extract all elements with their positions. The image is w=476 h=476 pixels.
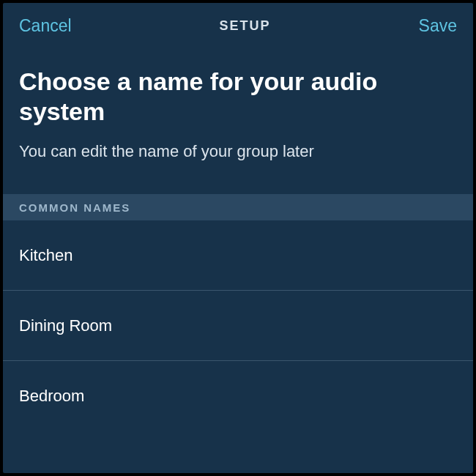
content-area: Choose a name for your audio system You …	[3, 46, 473, 162]
save-button[interactable]: Save	[419, 16, 457, 36]
list-item[interactable]: Dining Room	[3, 291, 473, 361]
common-names-list: Kitchen Dining Room Bedroom	[3, 220, 473, 431]
subheading: You can edit the name of your group late…	[19, 141, 457, 163]
app-frame: Cancel SETUP Save Choose a name for your…	[3, 3, 473, 473]
cancel-button[interactable]: Cancel	[19, 16, 72, 36]
header-bar: Cancel SETUP Save	[3, 3, 473, 46]
list-item[interactable]: Bedroom	[3, 361, 473, 431]
section-header-common-names: COMMON NAMES	[3, 194, 473, 220]
page-title: SETUP	[220, 18, 271, 34]
heading: Choose a name for your audio system	[19, 67, 457, 127]
list-item[interactable]: Kitchen	[3, 220, 473, 291]
